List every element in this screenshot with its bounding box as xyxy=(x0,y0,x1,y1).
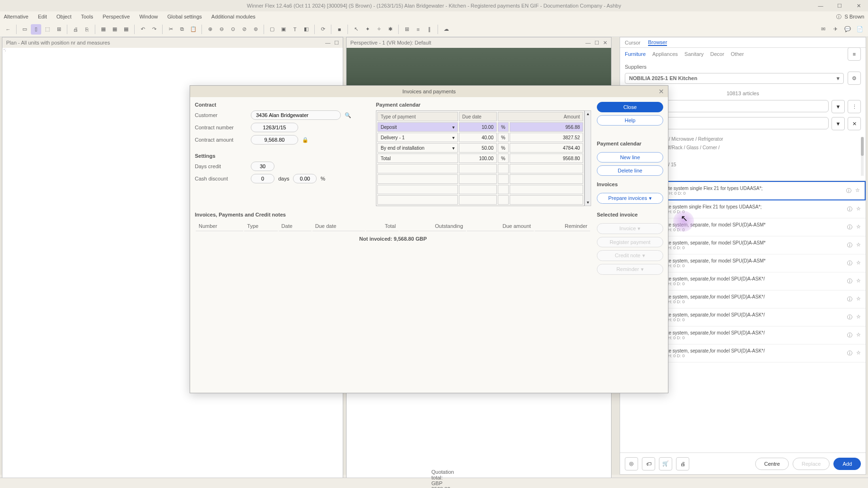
footer-tag-icon[interactable]: 🏷 xyxy=(642,457,655,470)
maximize-button[interactable]: ☐ xyxy=(830,0,849,11)
doc-icon[interactable]: 📄 xyxy=(855,24,865,35)
refresh-icon[interactable]: ⟳ xyxy=(318,24,328,35)
footer-cart-icon[interactable]: 🛒 xyxy=(659,457,672,470)
supplier-select[interactable]: NOBILIA 2025-1 EN Kitchen ▾ xyxy=(625,73,844,84)
close-button[interactable]: ✕ xyxy=(849,0,868,11)
tag-2-icon[interactable]: ▦ xyxy=(110,24,120,35)
star-icon[interactable]: ☆ xyxy=(856,332,861,339)
send-icon[interactable]: ✈ xyxy=(830,24,841,35)
info-icon[interactable]: ⓘ xyxy=(847,206,852,213)
cat-furniture[interactable]: Furniture xyxy=(625,51,646,57)
payment-row[interactable]: Delivery - 1▾40.00%3827.52 xyxy=(377,133,583,142)
menu-object[interactable]: Object xyxy=(56,14,72,19)
star-icon[interactable]: ☆ xyxy=(856,296,861,303)
persp-minimize[interactable]: — xyxy=(585,40,591,46)
sel-reminder-button[interactable]: Reminder▾ xyxy=(597,264,663,275)
info-icon[interactable]: ⓘ xyxy=(847,278,852,285)
filter-icon[interactable]: ▼ xyxy=(831,100,845,113)
sel-credit-button[interactable]: Credit note▾ xyxy=(597,250,663,261)
filter2-icon[interactable]: ▼ xyxy=(831,117,845,130)
persp-close[interactable]: ✕ xyxy=(603,40,607,46)
newline-button[interactable]: New line xyxy=(597,152,663,163)
grid-icon[interactable]: ⊞ xyxy=(402,24,412,35)
snap-1-icon[interactable]: ✦ xyxy=(362,24,373,35)
sel-register-button[interactable]: Register payment xyxy=(597,237,663,247)
star-icon[interactable]: ☆ xyxy=(856,206,861,213)
close-button[interactable]: Close xyxy=(597,102,663,112)
chevron-down-icon[interactable]: ▾ xyxy=(452,145,455,151)
pointer-icon[interactable]: ↖ xyxy=(351,24,361,35)
tool-4[interactable]: ⊞ xyxy=(54,24,64,35)
menu-perspective[interactable]: Perspective xyxy=(102,14,129,19)
shape-2-icon[interactable]: ▣ xyxy=(278,24,289,35)
info-icon[interactable]: ⓘ xyxy=(847,314,852,321)
tag-3-icon[interactable]: ▦ xyxy=(121,24,131,35)
cat-other[interactable]: Other xyxy=(731,51,744,57)
cut-icon[interactable]: ✂ xyxy=(165,24,176,35)
modal-close-icon[interactable]: ✕ xyxy=(658,88,664,95)
lock-icon[interactable]: 🔒 xyxy=(302,137,309,143)
menu-additional-modules[interactable]: Additional modules xyxy=(211,14,256,19)
cat-appliances[interactable]: Appliances xyxy=(652,51,678,57)
customer-lookup-icon[interactable]: 🔍 xyxy=(345,112,351,118)
footer-print-icon[interactable]: 🖨 xyxy=(676,457,689,470)
back-icon[interactable]: ← xyxy=(3,24,13,35)
footer-target-icon[interactable]: ◎ xyxy=(625,457,638,470)
menu-global-settings[interactable]: Global settings xyxy=(167,14,202,19)
circ-1-icon[interactable]: ⊕ xyxy=(205,24,215,35)
plan-maximize[interactable]: ☐ xyxy=(334,40,339,46)
star-icon[interactable]: ☆ xyxy=(856,278,861,285)
delline-button[interactable]: Delete line xyxy=(597,165,663,176)
chevron-down-icon[interactable]: ▾ xyxy=(452,135,455,140)
text-icon[interactable]: T xyxy=(290,24,300,35)
customer-field[interactable] xyxy=(251,110,341,120)
square-icon[interactable]: ■ xyxy=(334,24,345,35)
circ-5-icon[interactable]: ⊚ xyxy=(250,24,261,35)
tab-cursor[interactable]: Cursor xyxy=(625,40,640,45)
add-button[interactable]: Add xyxy=(833,458,861,470)
tab-browser[interactable]: Browser xyxy=(648,39,667,46)
menu-edit[interactable]: Edit xyxy=(38,14,47,19)
info-icon[interactable]: ⓘ xyxy=(847,260,852,267)
payment-row[interactable]: By end of installation▾50.00%4784.40 xyxy=(377,143,583,153)
tag-1-icon[interactable]: ▦ xyxy=(98,24,109,35)
persp-maximize[interactable]: ☐ xyxy=(594,40,599,46)
info-icon[interactable]: ⓘ xyxy=(847,242,852,249)
shape-1-icon[interactable]: ▢ xyxy=(267,24,277,35)
more-icon[interactable]: ⋮ xyxy=(848,100,861,113)
help-icon[interactable]: ⓘ xyxy=(836,13,841,20)
tool-2[interactable]: ▯ xyxy=(31,24,41,35)
sel-invoice-button[interactable]: Invoice▾ xyxy=(597,223,663,234)
star-icon[interactable]: ☆ xyxy=(856,314,861,321)
payment-row[interactable]: Deposit▾10.00%956.88 xyxy=(377,122,583,132)
contract-amount-field[interactable] xyxy=(251,135,298,145)
info-icon[interactable]: ⓘ xyxy=(847,350,852,357)
chevron-down-icon[interactable]: ▾ xyxy=(452,125,455,130)
perspective-3d-view[interactable] xyxy=(347,48,611,86)
cat-sanitary[interactable]: Sanitary xyxy=(685,51,704,57)
print-icon[interactable]: 🖨 xyxy=(70,24,81,35)
help-button[interactable]: Help xyxy=(597,115,663,126)
shape-3-icon[interactable]: ◧ xyxy=(301,24,311,35)
info-icon[interactable]: ⓘ xyxy=(847,296,852,303)
cd-days-field[interactable] xyxy=(251,174,274,183)
star-icon[interactable]: ☆ xyxy=(855,187,860,194)
tool-1[interactable]: ▭ xyxy=(19,24,30,35)
copy2-icon[interactable]: ⧉ xyxy=(177,24,187,35)
star-icon[interactable]: ☆ xyxy=(856,260,861,267)
paste-icon[interactable]: 📋 xyxy=(188,24,199,35)
star-icon[interactable]: ☆ xyxy=(856,224,861,231)
cat-decor[interactable]: Decor xyxy=(710,51,724,57)
cloud-icon[interactable]: ☁ xyxy=(441,24,451,35)
circ-2-icon[interactable]: ⊖ xyxy=(216,24,227,35)
copy-icon[interactable]: ⎘ xyxy=(82,24,92,35)
info-icon[interactable]: ⓘ xyxy=(846,187,851,194)
mail-icon[interactable]: ✉ xyxy=(818,24,828,35)
align-2-icon[interactable]: ‖ xyxy=(424,24,435,35)
undo-icon[interactable]: ↶ xyxy=(137,24,148,35)
minimize-button[interactable]: — xyxy=(811,0,830,11)
layout-toggle-icon[interactable]: ≡ xyxy=(848,47,861,61)
info-icon[interactable]: ⓘ xyxy=(847,332,852,339)
supplier-settings-icon[interactable]: ⚙ xyxy=(848,72,861,85)
info-icon[interactable]: ⓘ xyxy=(847,224,852,231)
